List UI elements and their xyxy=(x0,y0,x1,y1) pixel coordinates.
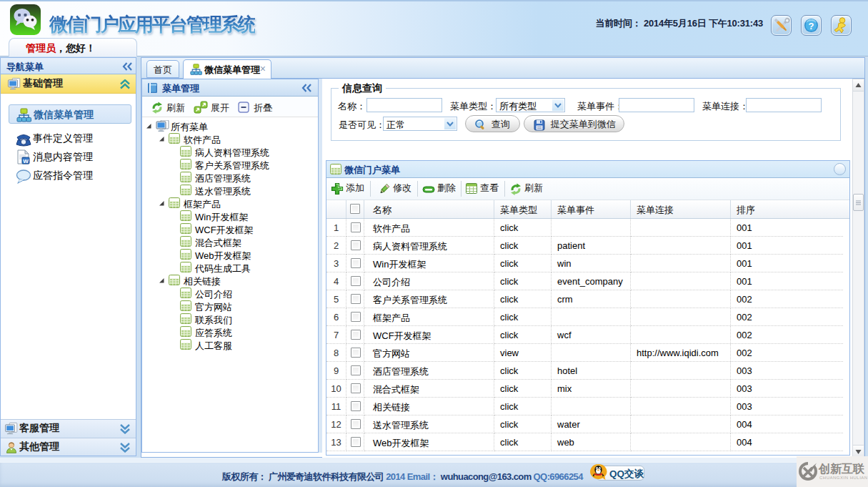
svg-text:?: ? xyxy=(809,21,814,31)
svg-text:W: W xyxy=(23,158,29,164)
